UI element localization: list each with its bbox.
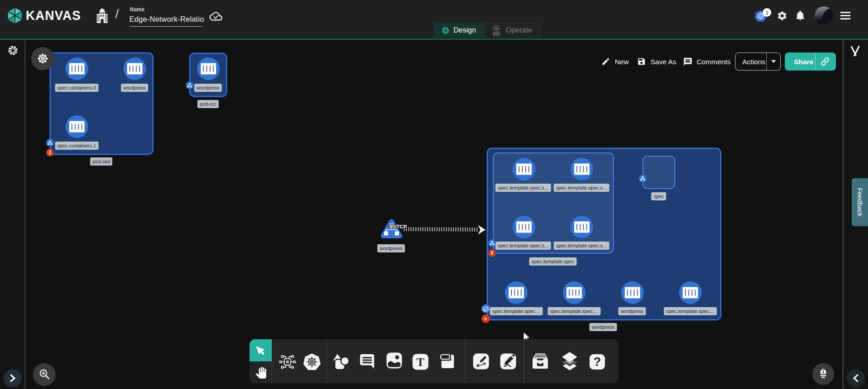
svg-text:T: T [416,356,424,369]
svg-text:?: ? [594,355,601,369]
